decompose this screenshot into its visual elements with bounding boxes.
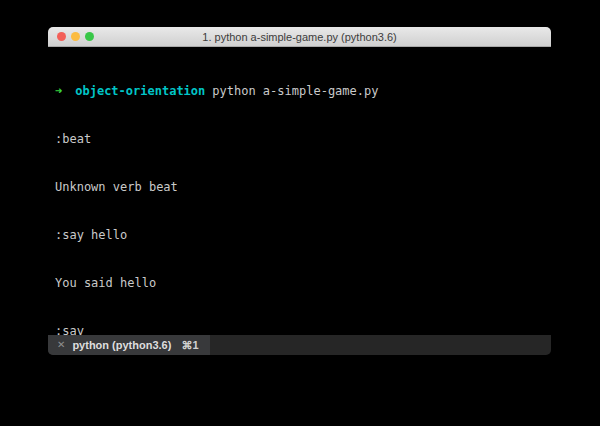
terminal-line: You said hello [55,275,544,291]
prompt-directory: object-orientation [75,84,205,98]
terminal-window: 1. python a-simple-game.py (python3.6) ➜… [48,27,551,355]
terminal-line: :beat [55,131,544,147]
tab-close-icon[interactable]: ✕ [57,340,65,350]
terminal-line: Unknown verb beat [55,179,544,195]
traffic-lights [57,27,94,46]
window-title: 1. python a-simple-game.py (python3.6) [202,27,396,47]
zoom-window-button[interactable] [85,32,94,41]
terminal-line: :say hello [55,227,544,243]
tab-bar: ✕ python (python3.6) ⌘1 [48,335,551,355]
title-bar[interactable]: 1. python a-simple-game.py (python3.6) [48,27,551,47]
prompt-arrow-icon: ➜ [55,84,62,98]
minimize-window-button[interactable] [71,32,80,41]
tab-label: python (python3.6) [72,339,171,351]
prompt-line: ➜object-orientationpython a-simple-game.… [55,83,544,99]
close-window-button[interactable] [57,32,66,41]
tab-shortcut: ⌘1 [181,339,198,352]
terminal-screen[interactable]: ➜object-orientationpython a-simple-game.… [48,47,551,335]
tab-python[interactable]: ✕ python (python3.6) ⌘1 [48,335,210,355]
terminal-line: :say [55,323,544,335]
prompt-command: python a-simple-game.py [212,84,378,98]
